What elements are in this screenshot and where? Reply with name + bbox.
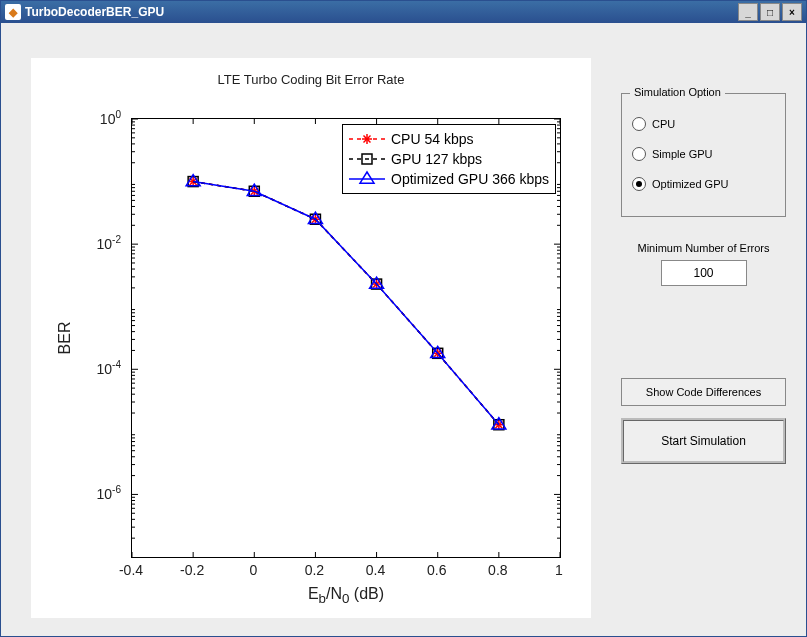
show-code-differences-button[interactable]: Show Code Differences — [621, 378, 786, 406]
min-errors-group: Minimum Number of Errors — [621, 242, 786, 286]
y-tick-label: 10-4 — [31, 359, 121, 377]
y-axis-label: BER — [56, 322, 74, 355]
y-tick-label: 100 — [31, 109, 121, 127]
x-tick-label: 1 — [555, 562, 563, 578]
legend-swatch-icon — [349, 132, 385, 146]
radio-label: Optimized GPU — [652, 178, 728, 190]
legend-entry: Optimized GPU 366 kbps — [349, 169, 549, 189]
y-tick-label: 10-6 — [31, 485, 121, 503]
x-tick-label: 0.8 — [488, 562, 507, 578]
legend-label: CPU 54 kbps — [391, 131, 473, 147]
legend: CPU 54 kbpsGPU 127 kbpsOptimized GPU 366… — [342, 124, 556, 194]
radio-optimized-gpu[interactable]: Optimized GPU — [632, 174, 775, 194]
radio-simple-gpu[interactable]: Simple GPU — [632, 144, 775, 164]
legend-swatch-icon — [349, 172, 385, 186]
maximize-button[interactable]: □ — [760, 3, 780, 21]
matlab-icon: ◆ — [5, 4, 21, 20]
x-tick-label: -0.2 — [180, 562, 204, 578]
x-tick-label: 0 — [249, 562, 257, 578]
radio-icon — [632, 177, 646, 191]
legend-swatch-icon — [349, 152, 385, 166]
window-title: TurboDecoderBER_GPU — [25, 5, 738, 19]
chart-title: LTE Turbo Coding Bit Error Rate — [31, 72, 591, 87]
y-tick-label: 10-2 — [31, 234, 121, 252]
chart-panel: LTE Turbo Coding Bit Error Rate BER CPU … — [31, 58, 591, 618]
x-tick-label: 0.2 — [305, 562, 324, 578]
legend-entry: GPU 127 kbps — [349, 149, 549, 169]
close-button[interactable]: × — [782, 3, 802, 21]
svg-marker-180 — [360, 172, 374, 183]
simulation-option-group: Simulation Option CPUSimple GPUOptimized… — [621, 93, 786, 217]
content-area: LTE Turbo Coding Bit Error Rate BER CPU … — [1, 23, 806, 636]
side-panel: Simulation Option CPUSimple GPUOptimized… — [621, 93, 786, 464]
x-tick-label: -0.4 — [119, 562, 143, 578]
x-tick-label: 0.6 — [427, 562, 446, 578]
start-simulation-button[interactable]: Start Simulation — [621, 418, 786, 464]
plot-area: CPU 54 kbpsGPU 127 kbpsOptimized GPU 366… — [131, 118, 561, 558]
radio-cpu[interactable]: CPU — [632, 114, 775, 134]
window-controls: _ □ × — [738, 3, 802, 21]
radio-label: Simple GPU — [652, 148, 713, 160]
radio-label: CPU — [652, 118, 675, 130]
legend-label: GPU 127 kbps — [391, 151, 482, 167]
radio-icon — [632, 117, 646, 131]
legend-entry: CPU 54 kbps — [349, 129, 549, 149]
legend-label: Optimized GPU 366 kbps — [391, 171, 549, 187]
titlebar: ◆ TurboDecoderBER_GPU _ □ × — [1, 1, 806, 23]
app-window: ◆ TurboDecoderBER_GPU _ □ × LTE Turbo Co… — [0, 0, 807, 637]
minimize-button[interactable]: _ — [738, 3, 758, 21]
x-tick-label: 0.4 — [366, 562, 385, 578]
simulation-option-title: Simulation Option — [630, 86, 725, 98]
min-errors-label: Minimum Number of Errors — [621, 242, 786, 254]
radio-icon — [632, 147, 646, 161]
min-errors-input[interactable] — [661, 260, 747, 286]
x-axis-label: Eb/N0 (dB) — [131, 585, 561, 606]
